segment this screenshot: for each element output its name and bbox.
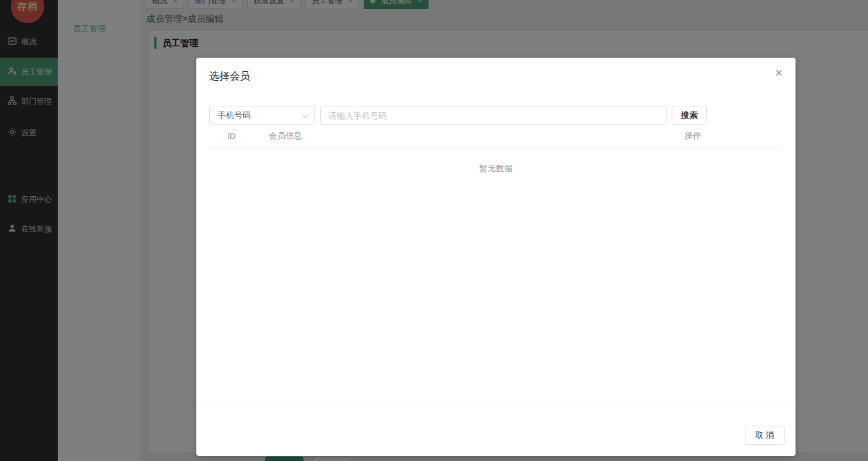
empty-table-area	[209, 174, 783, 403]
chevron-down-icon	[302, 112, 309, 118]
search-type-select[interactable]: 手机号码	[209, 106, 315, 125]
modal-title: 选择会员	[209, 71, 783, 82]
modal-header: 选择会员 ✕	[196, 58, 796, 82]
search-type-selected-value: 手机号码	[217, 110, 251, 121]
search-row: 手机号码 搜索	[209, 106, 783, 125]
column-header-action: 操作	[603, 130, 783, 142]
empty-state-text: 暂无数据	[209, 163, 783, 174]
select-member-modal: 选择会员 ✕ 手机号码 搜索 ID 会员信息 操作 暂无数据 取 消	[196, 58, 796, 456]
cancel-button[interactable]: 取 消	[745, 426, 785, 445]
column-header-member-info: 会员信息	[254, 130, 603, 142]
modal-footer: 取 消	[196, 403, 796, 456]
search-input[interactable]	[320, 106, 667, 125]
column-header-id: ID	[209, 131, 254, 141]
member-table-header: ID 会员信息 操作	[209, 125, 783, 147]
search-button[interactable]: 搜索	[672, 106, 707, 125]
close-icon[interactable]: ✕	[772, 67, 785, 80]
modal-body: 手机号码 搜索 ID 会员信息 操作 暂无数据	[196, 82, 796, 403]
app-root: 存档 概况 员工管理	[0, 0, 868, 461]
